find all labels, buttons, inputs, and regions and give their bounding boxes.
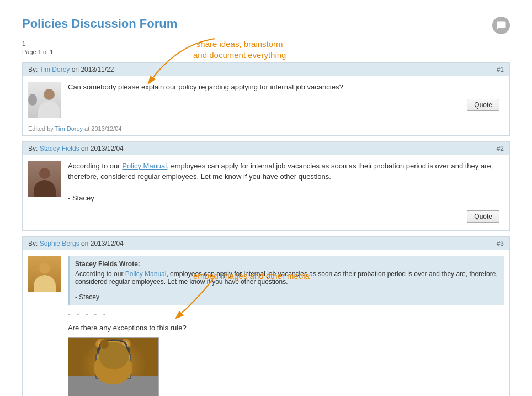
svg-point-11 [109, 351, 110, 353]
bear-svg [68, 337, 159, 396]
post-3-header: By: Sophie Bergs on 2013/12/04 #3 [23, 237, 509, 250]
post-1-byline: By: Tim Dorey on 2013/11/22 [28, 66, 114, 73]
post-1-quote-button[interactable]: Quote [467, 99, 499, 111]
svg-point-12 [118, 351, 119, 353]
post-3-author[interactable]: Sophie Bergs [40, 240, 79, 247]
pagination-info: 1 Page 1 of 1 [22, 40, 510, 57]
post-1-body: Can somebody please explain our policy r… [23, 76, 509, 123]
avatar-head-1 [44, 89, 55, 100]
post-2-author[interactable]: Stacey Fields [40, 145, 79, 152]
avatar-body-3 [34, 275, 56, 292]
post-3-content: Stacey Fields Wrote: According to our Po… [68, 256, 504, 396]
quoted-author: Stacey Fields Wrote: [75, 260, 498, 268]
post-3-question: Are there any exceptions to this rule? [68, 323, 504, 334]
post-1-footer: Edited by Tim Dorey at 2013/12/04 [23, 123, 509, 135]
post-2-content: According to our Policy Manual, employee… [68, 161, 504, 225]
avatar-person-3 [28, 256, 61, 292]
svg-point-3 [94, 351, 132, 384]
post-1-header: By: Tim Dorey on 2013/11/22 #1 [23, 63, 509, 76]
policy-manual-link-1[interactable]: Policy Manual [122, 162, 167, 170]
avatar-head-3 [39, 263, 50, 274]
avatar-head-2 [39, 168, 50, 179]
post-3-number: #3 [497, 240, 504, 247]
post-2-quote-button[interactable]: Quote [467, 210, 499, 223]
svg-point-13 [108, 353, 119, 361]
chat-icon[interactable] [492, 17, 510, 34]
post-2: By: Stacey Fields on 2013/12/04 #2 Accor… [22, 141, 510, 231]
post-2-text: According to our Policy Manual, employee… [68, 161, 504, 204]
avatar-body-2 [34, 180, 56, 197]
svg-point-14 [111, 354, 115, 357]
page-title: Policies Discussion Forum [22, 17, 510, 31]
bear-image-content [68, 337, 159, 396]
post-3-quote-block: Stacey Fields Wrote: According to our Po… [68, 256, 504, 305]
post-1-number: #1 [497, 66, 504, 73]
post-1-edited: Edited by Tim Dorey at 2013/12/04 [28, 125, 121, 132]
post-1: By: Tim Dorey on 2013/11/22 #1 Can someb… [22, 62, 510, 136]
avatar-person-2 [28, 161, 61, 197]
post-1-actions: Quote [68, 97, 504, 113]
svg-rect-15 [97, 347, 102, 354]
avatar-person-1 [37, 82, 61, 118]
post-3-avatar [28, 256, 61, 292]
post-2-header: By: Stacey Fields on 2013/12/04 #2 [23, 142, 509, 155]
post-1-editor-link[interactable]: Tim Dorey [55, 125, 83, 132]
page-container: Policies Discussion Forum share ideas, b… [0, 0, 532, 396]
post-2-byline: By: Stacey Fields on 2013/12/04 [28, 145, 124, 152]
post-2-avatar [28, 161, 61, 197]
post-3-separator: - - - - - [68, 310, 504, 318]
post-3: By: Sophie Bergs on 2013/12/04 #3 Stacey… [22, 236, 510, 396]
policy-manual-link-2[interactable]: Policy Manual [125, 270, 167, 278]
post-1-date: 2013/11/22 [81, 66, 114, 73]
svg-point-9 [107, 350, 111, 355]
quoted-text: According to our Policy Manual, employee… [75, 270, 498, 301]
post-1-author[interactable]: Tim Dorey [39, 66, 70, 73]
avatar-body-1 [38, 101, 60, 118]
svg-point-10 [115, 350, 120, 355]
post-2-number: #2 [497, 145, 504, 152]
post-2-date: 2013/12/04 [91, 145, 124, 152]
post-1-content: Can somebody please explain our policy r… [68, 82, 504, 118]
embedded-bear-image [68, 337, 159, 396]
post-2-actions: Quote [68, 208, 504, 225]
svg-rect-16 [125, 347, 130, 354]
post-1-avatar [28, 82, 61, 118]
post-1-text: Can somebody please explain our policy r… [68, 82, 504, 93]
post-3-byline: By: Sophie Bergs on 2013/12/04 [28, 240, 124, 247]
post-3-body: Stacey Fields Wrote: According to our Po… [23, 250, 509, 396]
post-2-body: According to our Policy Manual, employee… [23, 155, 509, 230]
post-3-date: 2013/12/04 [91, 240, 124, 247]
